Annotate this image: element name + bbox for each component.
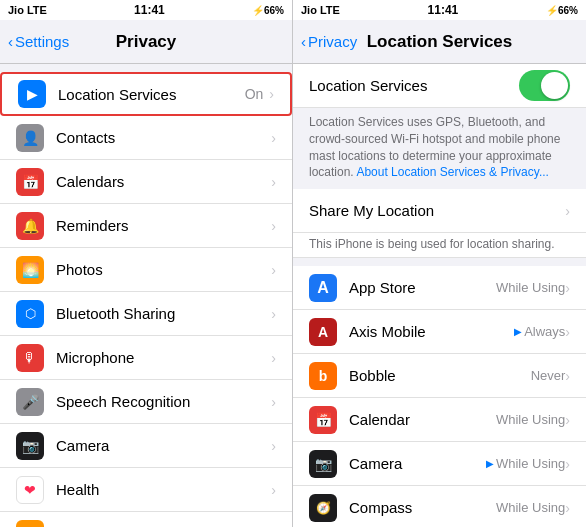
left-carrier: Jio LTE <box>8 4 47 16</box>
camera-app-perm: ▶ While Using <box>486 456 565 471</box>
camera-icon: 📷 <box>16 432 44 460</box>
list-item-calendars[interactable]: 📅 Calendars › <box>0 160 292 204</box>
left-list-container: ▶ Location Services On › 👤 Contacts › 📅 … <box>0 64 292 527</box>
camera-chevron: › <box>271 438 276 454</box>
list-item-location-services[interactable]: ▶ Location Services On › <box>0 72 292 116</box>
photos-chevron: › <box>271 262 276 278</box>
bluetooth-chevron: › <box>271 306 276 322</box>
speech-icon: 🎤 <box>16 388 44 416</box>
bobble-perm: Never <box>531 368 566 383</box>
microphone-chevron: › <box>271 350 276 366</box>
right-carrier: Jio LTE <box>301 4 340 16</box>
contacts-label: Contacts <box>56 129 271 146</box>
microphone-label: Microphone <box>56 349 271 366</box>
bobble-name: Bobble <box>349 367 531 384</box>
calendar-icon: 📅 <box>309 406 337 434</box>
list-item-reminders[interactable]: 🔔 Reminders › <box>0 204 292 248</box>
list-item-homekit[interactable]: 🏠 HomeKit › <box>0 512 292 527</box>
reminders-icon: 🔔 <box>16 212 44 240</box>
list-item-contacts[interactable]: 👤 Contacts › <box>0 116 292 160</box>
app-store-chevron: › <box>565 280 570 296</box>
share-chevron: › <box>565 203 570 219</box>
app-row-calendar[interactable]: 📅 Calendar While Using › <box>293 398 586 442</box>
right-nav-title: Location Services <box>367 32 513 52</box>
right-back-label: Privacy <box>308 33 357 50</box>
location-services-chevron: › <box>269 86 274 102</box>
right-back-button[interactable]: ‹ Privacy <box>301 33 357 50</box>
contacts-icon: 👤 <box>16 124 44 152</box>
left-nav-title: Privacy <box>116 32 177 52</box>
share-location-row[interactable]: Share My Location › <box>293 189 586 233</box>
compass-chevron: › <box>565 500 570 516</box>
app-store-name: App Store <box>349 279 496 296</box>
calendar-name: Calendar <box>349 411 496 428</box>
health-icon: ❤ <box>16 476 44 504</box>
calendar-perm: While Using <box>496 412 565 427</box>
app-list: A App Store While Using › A Axis Mobile … <box>293 266 586 527</box>
location-services-icon: ▶ <box>18 80 46 108</box>
photos-label: Photos <box>56 261 271 278</box>
share-sublabel: This iPhone is being used for location s… <box>293 233 586 258</box>
right-list: Location Services Location Services uses… <box>293 64 586 527</box>
app-row-compass[interactable]: 🧭 Compass While Using › <box>293 486 586 527</box>
list-item-speech[interactable]: 🎤 Speech Recognition › <box>0 380 292 424</box>
left-status-icons: ⚡66% <box>252 5 284 16</box>
app-store-perm: While Using <box>496 280 565 295</box>
bobble-icon: b <box>309 362 337 390</box>
app-row-camera[interactable]: 📷 Camera ▶ While Using › <box>293 442 586 486</box>
axis-mobile-chevron: › <box>565 324 570 340</box>
share-location-label: Share My Location <box>309 202 565 219</box>
photos-icon: 🌅 <box>16 256 44 284</box>
location-services-label: Location Services <box>58 86 245 103</box>
left-chevron-icon: ‹ <box>8 33 13 50</box>
camera-app-icon: 📷 <box>309 450 337 478</box>
right-status-icons: ⚡66% <box>546 5 578 16</box>
left-nav-bar: ‹ Settings Privacy <box>0 20 292 64</box>
speech-chevron: › <box>271 394 276 410</box>
axis-arrow-icon: ▶ <box>514 326 522 337</box>
right-panel: Jio LTE 11:41 ⚡66% ‹ Privacy Location Se… <box>293 0 586 527</box>
app-row-bobble[interactable]: b Bobble Never › <box>293 354 586 398</box>
homekit-icon: 🏠 <box>16 520 44 528</box>
left-status-bar: Jio LTE 11:41 ⚡66% <box>0 0 292 20</box>
app-row-app-store[interactable]: A App Store While Using › <box>293 266 586 310</box>
bobble-chevron: › <box>565 368 570 384</box>
list-item-health[interactable]: ❤ Health › <box>0 468 292 512</box>
health-chevron: › <box>271 482 276 498</box>
compass-name: Compass <box>349 499 496 516</box>
calendars-label: Calendars <box>56 173 271 190</box>
speech-label: Speech Recognition <box>56 393 271 410</box>
reminders-chevron: › <box>271 218 276 234</box>
left-time: 11:41 <box>134 3 165 17</box>
axis-mobile-icon: A <box>309 318 337 346</box>
camera-label: Camera <box>56 437 271 454</box>
health-label: Health <box>56 481 271 498</box>
camera-app-chevron: › <box>565 456 570 472</box>
list-item-microphone[interactable]: 🎙 Microphone › <box>0 336 292 380</box>
toggle-section: Location Services <box>293 64 586 108</box>
contacts-chevron: › <box>271 130 276 146</box>
reminders-label: Reminders <box>56 217 271 234</box>
camera-arrow-icon: ▶ <box>486 458 494 469</box>
axis-mobile-name: Axis Mobile <box>349 323 514 340</box>
compass-icon: 🧭 <box>309 494 337 522</box>
list-item-photos[interactable]: 🌅 Photos › <box>0 248 292 292</box>
bluetooth-label: Bluetooth Sharing <box>56 305 271 322</box>
right-chevron-icon: ‹ <box>301 33 306 50</box>
list-item-bluetooth[interactable]: ⬡ Bluetooth Sharing › <box>0 292 292 336</box>
calendar-chevron: › <box>565 412 570 428</box>
left-back-button[interactable]: ‹ Settings <box>8 33 69 50</box>
bluetooth-icon: ⬡ <box>16 300 44 328</box>
toggle-label: Location Services <box>309 77 519 94</box>
microphone-icon: 🎙 <box>16 344 44 372</box>
list-item-camera[interactable]: 📷 Camera › <box>0 424 292 468</box>
calendars-chevron: › <box>271 174 276 190</box>
axis-mobile-perm: ▶ Always <box>514 324 565 339</box>
location-toggle-row[interactable]: Location Services <box>293 64 586 108</box>
compass-perm: While Using <box>496 500 565 515</box>
app-row-axis-mobile[interactable]: A Axis Mobile ▶ Always › <box>293 310 586 354</box>
location-toggle[interactable] <box>519 70 570 101</box>
left-back-label: Settings <box>15 33 69 50</box>
about-link[interactable]: About Location Services & Privacy... <box>356 165 549 179</box>
right-time: 11:41 <box>428 3 459 17</box>
